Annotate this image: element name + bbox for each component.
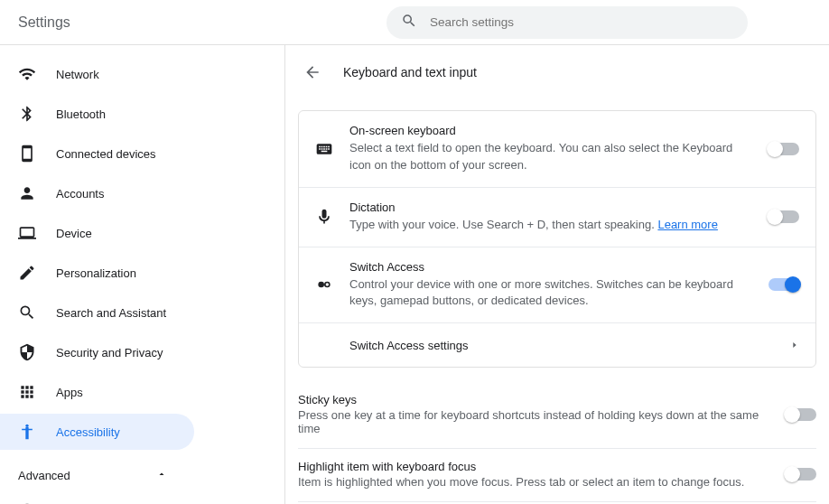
- row-sub: Item is highlighted when you move focus.…: [298, 475, 773, 489]
- row-title: Highlight item with keyboard focus: [298, 460, 773, 473]
- keyboard-card: On-screen keyboard Select a text field t…: [298, 110, 816, 368]
- phone-icon: [18, 145, 36, 163]
- page-title: Keyboard and text input: [343, 65, 477, 79]
- row-sub: Type with your voice. Use Search + D, th…: [349, 217, 756, 234]
- sticky-keys-toggle[interactable]: [786, 408, 816, 421]
- edit-icon: [18, 264, 36, 282]
- sidebar-item-network[interactable]: Network: [0, 56, 194, 92]
- sidebar-item-label: Apps: [56, 386, 83, 399]
- onscreen-keyboard-row: On-screen keyboard Select a text field t…: [299, 111, 815, 188]
- search-icon: [401, 13, 417, 32]
- sidebar-item-label: Personalization: [56, 266, 136, 280]
- onscreen-keyboard-toggle[interactable]: [768, 143, 799, 155]
- advanced-toggle[interactable]: Advanced: [0, 457, 185, 493]
- switch-access-row: Switch Access Control your device with o…: [299, 247, 815, 324]
- learn-more-link[interactable]: Learn more: [657, 218, 717, 231]
- switch-access-toggle[interactable]: [768, 278, 799, 291]
- back-button[interactable]: [302, 61, 323, 83]
- highlight-focus-toggle[interactable]: [786, 468, 816, 481]
- sidebar-item-label: Bluetooth: [56, 107, 106, 121]
- row-title: Sticky keys: [298, 393, 773, 406]
- wifi-icon: [18, 65, 36, 83]
- sidebar-item-label: Device: [56, 227, 92, 240]
- header: Settings: [0, 0, 829, 45]
- switch-access-icon: [315, 275, 333, 294]
- dictation-row: Dictation Type with your voice. Use Sear…: [299, 188, 815, 247]
- sidebar-item-bluetooth[interactable]: Bluetooth: [0, 96, 194, 132]
- laptop-icon: [18, 224, 36, 242]
- sidebar-item-device[interactable]: Device: [0, 215, 194, 251]
- sidebar-item-date-time[interactable]: Date and time: [0, 493, 194, 504]
- shield-icon: [18, 343, 36, 361]
- highlight-focus-row: Highlight item with keyboard focus Item …: [298, 449, 816, 502]
- sidebar-item-accounts[interactable]: Accounts: [0, 175, 194, 211]
- sidebar: Network Bluetooth Connected devices Acco…: [0, 45, 284, 504]
- keyboard-icon: [315, 140, 333, 158]
- sidebar-item-label: Accessibility: [56, 425, 120, 439]
- person-icon: [18, 184, 36, 202]
- sticky-keys-row: Sticky keys Press one key at a time for …: [298, 382, 816, 449]
- search-icon: [18, 303, 36, 322]
- sidebar-item-label: Accounts: [56, 187, 104, 201]
- chevron-right-icon: [790, 338, 799, 352]
- sidebar-item-search-assistant[interactable]: Search and Assistant: [0, 294, 194, 331]
- sidebar-item-label: Security and Privacy: [56, 346, 163, 359]
- row-title: Switch Access: [349, 260, 756, 274]
- sidebar-item-security-privacy[interactable]: Security and Privacy: [0, 334, 194, 370]
- bluetooth-icon: [18, 105, 36, 123]
- row-title: On-screen keyboard: [349, 124, 756, 137]
- row-title: Dictation: [349, 201, 756, 214]
- row-sub: Press one key at a time for keyboard sho…: [298, 408, 773, 435]
- sidebar-item-label: Network: [56, 68, 99, 81]
- chevron-up-icon: [156, 469, 167, 482]
- sidebar-item-label: Search and Assistant: [56, 306, 166, 320]
- switch-access-settings-row[interactable]: Switch Access settings: [299, 323, 815, 367]
- search-box[interactable]: [387, 6, 748, 39]
- sidebar-item-apps[interactable]: Apps: [0, 374, 194, 410]
- sidebar-item-label: Connected devices: [56, 147, 156, 161]
- search-input[interactable]: [430, 15, 733, 29]
- app-title: Settings: [18, 14, 70, 31]
- main-panel: Keyboard and text input On-screen keyboa…: [284, 45, 829, 504]
- advanced-label: Advanced: [18, 469, 70, 482]
- row-sub: Control your device with one or more swi…: [349, 276, 756, 311]
- apps-icon: [18, 383, 36, 401]
- sidebar-item-connected-devices[interactable]: Connected devices: [0, 135, 194, 172]
- sidebar-item-accessibility[interactable]: Accessibility: [0, 414, 194, 450]
- row-sub: Select a text field to open the keyboard…: [349, 140, 756, 174]
- mic-icon: [315, 208, 333, 226]
- row-title: Switch Access settings: [349, 339, 778, 352]
- sidebar-item-personalization[interactable]: Personalization: [0, 255, 194, 291]
- svg-point-0: [25, 425, 28, 427]
- dictation-toggle[interactable]: [768, 210, 799, 223]
- accessibility-icon: [18, 423, 36, 441]
